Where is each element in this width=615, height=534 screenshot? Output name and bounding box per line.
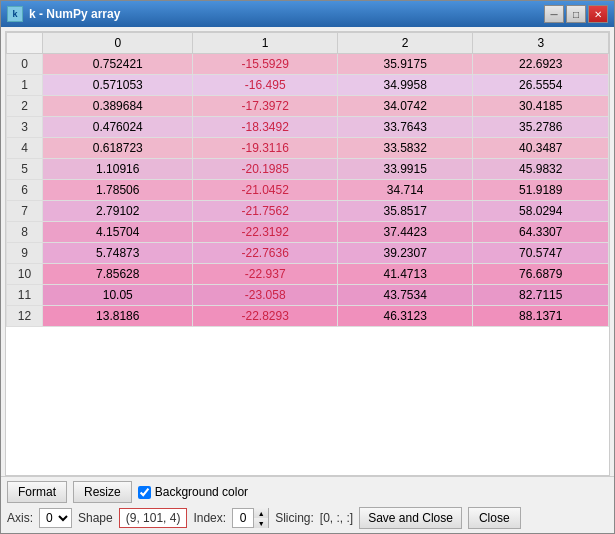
cell-value: 34.714 — [337, 180, 473, 201]
row-index: 9 — [7, 243, 43, 264]
cell-value: 7.85628 — [43, 264, 193, 285]
cell-value: 4.15704 — [43, 222, 193, 243]
button-row: Format Resize Background color — [7, 481, 608, 503]
title-controls: ─ □ ✕ — [544, 5, 608, 23]
close-button[interactable]: Close — [468, 507, 521, 529]
index-up-button[interactable]: ▲ — [254, 508, 268, 518]
format-button[interactable]: Format — [7, 481, 67, 503]
col-2-header: 2 — [337, 33, 473, 54]
index-down-button[interactable]: ▼ — [254, 518, 268, 528]
bottom-bar: Format Resize Background color Axis: 0 1… — [1, 476, 614, 533]
table-row: 20.389684-17.397234.074230.4185 — [7, 96, 609, 117]
cell-value: 0.389684 — [43, 96, 193, 117]
cell-value: 46.3123 — [337, 306, 473, 327]
cell-value: 0.752421 — [43, 54, 193, 75]
cell-value: -22.7636 — [193, 243, 337, 264]
table-row: 1110.05-23.05843.753482.7115 — [7, 285, 609, 306]
save-and-close-button[interactable]: Save and Close — [359, 507, 462, 529]
cell-value: 30.4185 — [473, 96, 609, 117]
row-index: 7 — [7, 201, 43, 222]
row-index: 8 — [7, 222, 43, 243]
cell-value: -21.0452 — [193, 180, 337, 201]
minimize-button[interactable]: ─ — [544, 5, 564, 23]
slicing-value: [0, :, :] — [320, 511, 353, 525]
cell-value: 10.05 — [43, 285, 193, 306]
row-index: 12 — [7, 306, 43, 327]
cell-value: -16.495 — [193, 75, 337, 96]
cell-value: -22.3192 — [193, 222, 337, 243]
row-index: 6 — [7, 180, 43, 201]
table-row: 1213.8186-22.829346.312388.1371 — [7, 306, 609, 327]
row-index: 3 — [7, 117, 43, 138]
shape-label: Shape — [78, 511, 113, 525]
row-index: 10 — [7, 264, 43, 285]
table-row: 30.476024-18.349233.764335.2786 — [7, 117, 609, 138]
cell-value: 82.7115 — [473, 285, 609, 306]
cell-value: -20.1985 — [193, 159, 337, 180]
resize-button[interactable]: Resize — [73, 481, 132, 503]
cell-value: -22.8293 — [193, 306, 337, 327]
table-row: 107.85628-22.93741.471376.6879 — [7, 264, 609, 285]
cell-value: 0.571053 — [43, 75, 193, 96]
cell-value: -21.7562 — [193, 201, 337, 222]
cell-value: 33.7643 — [337, 117, 473, 138]
cell-value: 33.5832 — [337, 138, 473, 159]
title-bar: k k - NumPy array ─ □ ✕ — [1, 1, 614, 27]
cell-value: 43.7534 — [337, 285, 473, 306]
cell-value: -19.3116 — [193, 138, 337, 159]
table-scroll-area[interactable]: 0 1 2 3 00.752421-15.592935.917522.69231… — [6, 32, 609, 475]
shape-value: (9, 101, 4) — [119, 508, 188, 528]
controls-row: Axis: 0 1 2 Shape (9, 101, 4) Index: 0 ▲… — [7, 507, 608, 529]
row-index: 11 — [7, 285, 43, 306]
cell-value: 45.9832 — [473, 159, 609, 180]
cell-value: -22.937 — [193, 264, 337, 285]
cell-value: 26.5554 — [473, 75, 609, 96]
title-bar-left: k k - NumPy array — [7, 6, 120, 22]
row-index: 0 — [7, 54, 43, 75]
background-color-checkbox[interactable] — [138, 486, 151, 499]
slicing-label: Slicing: — [275, 511, 314, 525]
cell-value: -18.3492 — [193, 117, 337, 138]
cell-value: 5.74873 — [43, 243, 193, 264]
cell-value: 37.4423 — [337, 222, 473, 243]
cell-value: 64.3307 — [473, 222, 609, 243]
background-color-label[interactable]: Background color — [138, 485, 248, 499]
cell-value: 1.10916 — [43, 159, 193, 180]
window-close-button[interactable]: ✕ — [588, 5, 608, 23]
cell-value: 41.4713 — [337, 264, 473, 285]
maximize-button[interactable]: □ — [566, 5, 586, 23]
cell-value: 2.79102 — [43, 201, 193, 222]
cell-value: 13.8186 — [43, 306, 193, 327]
col-1-header: 1 — [193, 33, 337, 54]
cell-value: 1.78506 — [43, 180, 193, 201]
cell-value: 0.618723 — [43, 138, 193, 159]
table-row: 95.74873-22.763639.230770.5747 — [7, 243, 609, 264]
table-row: 61.78506-21.045234.71451.9189 — [7, 180, 609, 201]
index-value: 0 — [233, 511, 253, 525]
table-row: 40.618723-19.311633.583240.3487 — [7, 138, 609, 159]
row-index: 2 — [7, 96, 43, 117]
cell-value: 88.1371 — [473, 306, 609, 327]
table-row: 10.571053-16.49534.995826.5554 — [7, 75, 609, 96]
cell-value: -23.058 — [193, 285, 337, 306]
col-0-header: 0 — [43, 33, 193, 54]
col-index-header — [7, 33, 43, 54]
cell-value: 34.0742 — [337, 96, 473, 117]
table-row: 51.10916-20.198533.991545.9832 — [7, 159, 609, 180]
cell-value: 22.6923 — [473, 54, 609, 75]
cell-value: 40.3487 — [473, 138, 609, 159]
row-index: 5 — [7, 159, 43, 180]
cell-value: 70.5747 — [473, 243, 609, 264]
cell-value: 35.9175 — [337, 54, 473, 75]
cell-value: 35.8517 — [337, 201, 473, 222]
cell-value: -15.5929 — [193, 54, 337, 75]
main-window: k k - NumPy array ─ □ ✕ 0 1 2 3 — [0, 0, 615, 534]
cell-value: 0.476024 — [43, 117, 193, 138]
row-index: 4 — [7, 138, 43, 159]
axis-label: Axis: — [7, 511, 33, 525]
index-label: Index: — [193, 511, 226, 525]
axis-select[interactable]: 0 1 2 — [39, 508, 72, 528]
cell-value: 33.9915 — [337, 159, 473, 180]
index-spinner[interactable]: 0 ▲ ▼ — [232, 508, 269, 528]
cell-value: 58.0294 — [473, 201, 609, 222]
